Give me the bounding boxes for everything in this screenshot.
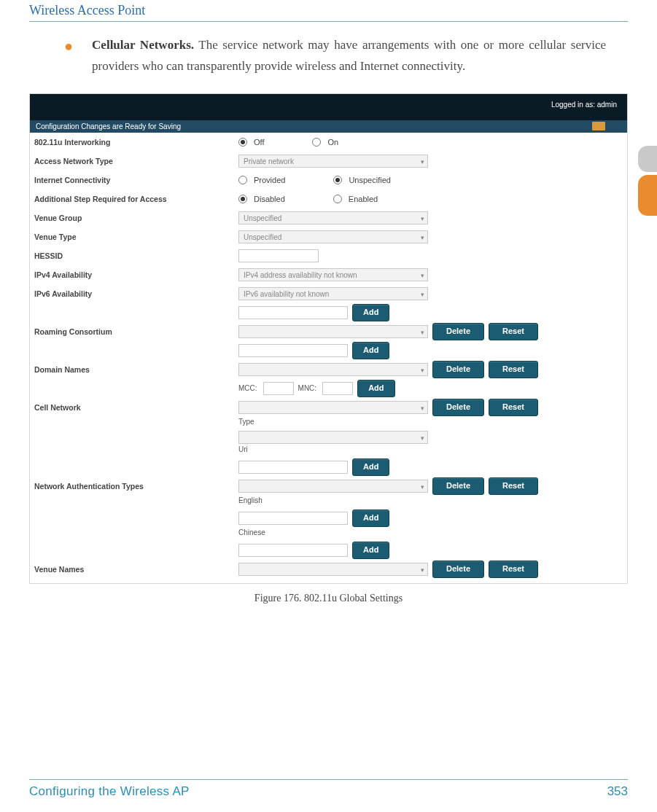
radio-provided[interactable] xyxy=(238,176,247,184)
label-internet-connectivity: Internet Connectivity xyxy=(30,176,238,184)
bullet-paragraph: ● Cellular Networks. The service network… xyxy=(64,35,606,77)
page-footer: Configuring the Wireless AP 353 xyxy=(29,773,628,799)
delete-button[interactable]: Delete xyxy=(432,399,484,416)
delete-button[interactable]: Delete xyxy=(432,323,484,340)
label-venue-group: Venue Group xyxy=(30,214,238,222)
page-header: Wireless Access Point xyxy=(29,0,628,18)
reset-button[interactable]: Reset xyxy=(489,399,538,416)
admin-topbar: Logged in as: admin xyxy=(30,94,627,120)
reset-button[interactable]: Reset xyxy=(489,361,538,378)
label-ipv6: IPv6 Availability xyxy=(30,289,238,298)
label-mcc: MCC: xyxy=(238,384,257,392)
radio-off[interactable] xyxy=(238,138,247,147)
sublabel-uri: Uri xyxy=(238,445,248,454)
config-screenshot: Logged in as: admin Configuration Change… xyxy=(29,93,628,584)
paragraph-text: Cellular Networks. The service network m… xyxy=(92,35,606,77)
label-cell-network: Cell Network xyxy=(30,403,238,412)
label-domain: Domain Names xyxy=(30,365,238,374)
label-interworking: 802.11u Interworking xyxy=(30,138,238,147)
input-hessid[interactable] xyxy=(238,249,319,262)
sublabel-english: English xyxy=(238,496,263,505)
input-auth-uri[interactable] xyxy=(238,461,348,474)
label-mnc: MNC: xyxy=(298,384,317,392)
label-nat: Network Authentication Types xyxy=(30,482,238,491)
select-cell[interactable] xyxy=(238,401,428,414)
header-divider xyxy=(29,21,628,22)
side-tab-gray xyxy=(638,146,657,172)
login-status: Logged in as: admin xyxy=(551,101,617,109)
reset-button[interactable]: Reset xyxy=(489,561,538,578)
radio-enabled[interactable] xyxy=(333,195,342,203)
reset-button[interactable]: Reset xyxy=(489,323,538,340)
footer-page-number: 353 xyxy=(607,784,628,799)
add-button[interactable]: Add xyxy=(357,380,394,397)
select-venue-group[interactable]: Unspecified xyxy=(238,211,428,225)
select-ipv6[interactable]: IPv6 availability not known xyxy=(238,287,428,300)
figure-caption: Figure 176. 802.11u Global Settings xyxy=(29,593,628,604)
select-nat[interactable] xyxy=(238,480,428,493)
bullet-icon: ● xyxy=(64,35,73,77)
label-roaming: Roaming Consortium xyxy=(30,327,238,336)
label-hessid: HESSID xyxy=(30,251,238,260)
label-ipv4: IPv4 Availability xyxy=(30,270,238,279)
side-tabs xyxy=(638,146,657,216)
sublabel-type: Type xyxy=(238,418,428,426)
save-banner: Configuration Changes are Ready for Savi… xyxy=(30,120,627,133)
label-venue-type: Venue Type xyxy=(30,233,238,241)
label-access-network-type: Access Network Type xyxy=(30,157,238,165)
select-venue-type[interactable]: Unspecified xyxy=(238,230,428,243)
radio-unspecified[interactable] xyxy=(333,176,342,184)
sublabel-chinese: Chinese xyxy=(238,528,265,537)
input-venue-chinese[interactable] xyxy=(238,544,348,557)
add-button[interactable]: Add xyxy=(352,458,389,476)
radio-off-label: Off xyxy=(254,138,264,147)
side-tab-orange xyxy=(638,175,657,216)
delete-button[interactable]: Delete xyxy=(432,477,484,495)
input-roaming-add[interactable] xyxy=(238,306,348,319)
select-roaming[interactable] xyxy=(238,325,428,338)
radio-enabled-label: Enabled xyxy=(349,195,378,203)
footer-left: Configuring the Wireless AP xyxy=(29,784,190,799)
input-domain-add[interactable] xyxy=(238,344,348,357)
radio-on-label: On xyxy=(327,138,338,147)
select-auth-type[interactable] xyxy=(238,431,428,444)
para-bold: Cellular Networks. xyxy=(92,38,194,52)
input-venue-english[interactable] xyxy=(238,512,348,525)
footer-divider xyxy=(29,779,628,780)
add-button[interactable]: Add xyxy=(352,510,389,527)
add-button[interactable]: Add xyxy=(352,542,389,559)
select-venue-names[interactable] xyxy=(238,563,428,576)
radio-provided-label: Provided xyxy=(254,176,285,184)
select-access-network-type[interactable]: Private network xyxy=(238,155,428,168)
delete-button[interactable]: Delete xyxy=(432,561,484,578)
add-button[interactable]: Add xyxy=(352,304,389,321)
input-mnc[interactable] xyxy=(322,382,353,395)
select-ipv4[interactable]: IPv4 address availability not known xyxy=(238,268,428,281)
delete-button[interactable]: Delete xyxy=(432,361,484,378)
label-venue-names: Venue Names xyxy=(30,565,238,574)
add-button[interactable]: Add xyxy=(352,342,389,359)
reset-button[interactable]: Reset xyxy=(489,477,538,495)
radio-disabled[interactable] xyxy=(238,195,247,203)
save-banner-text: Configuration Changes are Ready for Savi… xyxy=(36,122,181,130)
select-domain[interactable] xyxy=(238,363,428,376)
input-mcc[interactable] xyxy=(263,382,294,395)
label-asra: Additional Step Required for Access xyxy=(30,195,238,203)
radio-disabled-label: Disabled xyxy=(254,195,285,203)
save-icon[interactable] xyxy=(592,122,605,130)
radio-unspecified-label: Unspecified xyxy=(349,176,390,184)
radio-on[interactable] xyxy=(312,138,321,147)
